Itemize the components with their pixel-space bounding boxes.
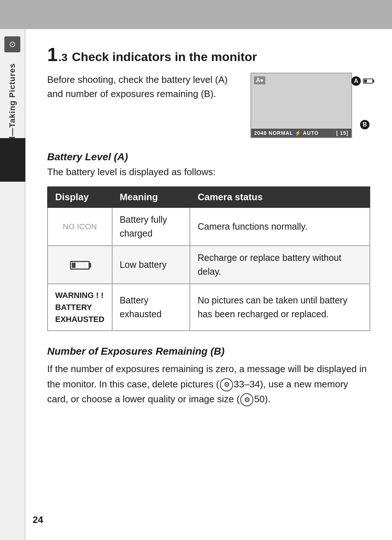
sidebar: ⊙ Tutorial—Taking Pictures [0,29,25,540]
section-sub-number: .3 [58,51,68,64]
table-row: Low battery Recharge or replace battery … [48,246,370,284]
meaning-cell-2: Low battery [112,246,190,284]
intro-line2: and number of exposures remaining (B). [47,88,216,99]
battery-icon-large [70,261,90,270]
exposures-title: Number of Exposures Remaining (B) [47,346,370,357]
status-cell-2: Recharge or replace battery without dela… [190,246,370,284]
top-bar [0,0,392,29]
status-cell-1: Camera functions normally. [190,207,370,246]
label-a-letter: A [351,76,361,86]
table-row: NO ICON Battery fully charged Camera fun… [48,207,370,246]
display-cell-3: WARNING ! !BATTERYEXHAUSTED [48,284,112,331]
col-header-status: Camera status [190,187,370,207]
exposures-ref2: 50 [254,394,265,404]
battery-body-large [70,261,90,270]
tutorial-icon: ⊙ [4,36,20,52]
exposures-text-3: ). [265,394,270,404]
section-number: 1 [47,44,58,65]
main-content: 1 .3 Check indicators in the monitor Bef… [33,29,392,429]
battery-fill-large [72,263,75,268]
no-icon-text: NO ICON [63,222,97,231]
monitor-bottom-text: 2048 NORMAL ⚡ AUTO [254,130,319,136]
exposures-text: If the number of exposures remaining is … [47,362,370,407]
table-header-row: Display Meaning Camera status [48,187,370,207]
display-cell-2 [48,246,112,284]
tutorial-icon-glyph: ⊙ [9,40,16,49]
camera-monitor: A● 2048 NORMAL ⚡ AUTO [ 15] [250,73,352,138]
battery-level-title: Battery Level (A) [47,151,370,163]
sidebar-black-bar [0,138,25,182]
monitor-label-a: A [351,76,373,86]
section-title: Check indicators in the monitor [72,50,257,64]
ref-icon-2: ⊙ [240,393,253,406]
ref-icon-1: ⊙ [220,378,233,391]
col-header-meaning: Meaning [112,187,190,207]
intro-line1: Before shooting, check the battery level… [47,74,228,85]
battery-icon-a [363,78,373,84]
meaning-cell-3: Battery exhausted [112,284,190,331]
exposures-section: Number of Exposures Remaining (B) If the… [47,346,370,407]
intro-row: Before shooting, check the battery level… [47,73,370,138]
battery-level-section: Battery Level (A) The battery level is d… [47,151,370,178]
page-number: 24 [33,514,43,525]
section-header: 1 .3 Check indicators in the monitor [47,44,370,65]
monitor-top-bar: A● [254,76,265,84]
monitor-wrapper: A● 2048 NORMAL ⚡ AUTO [ 15] A B [243,73,352,138]
status-cell-3: No pictures can be taken until battery h… [190,284,370,331]
monitor-bottom-right: [ 15] [336,130,348,136]
battery-table: Display Meaning Camera status NO ICON Ba… [47,186,370,331]
col-header-display: Display [48,187,112,207]
monitor-label-b: B [360,120,369,129]
table-row: WARNING ! !BATTERYEXHAUSTED Battery exha… [48,284,370,331]
exposures-ref1: 33–34 [234,379,260,390]
battery-tip-a [373,80,374,82]
monitor-bottom-bar: 2048 NORMAL ⚡ AUTO [ 15] [251,129,351,137]
display-cell-1: NO ICON [48,207,112,246]
battery-tip-large [89,263,91,268]
battery-level-desc: The battery level is displayed as follow… [47,166,370,178]
battery-fill-a [364,80,367,82]
monitor-top-icon: A● [254,76,265,84]
intro-text: Before shooting, check the battery level… [47,73,228,101]
meaning-cell-1: Battery fully charged [112,207,190,246]
label-b-letter: B [360,120,369,129]
